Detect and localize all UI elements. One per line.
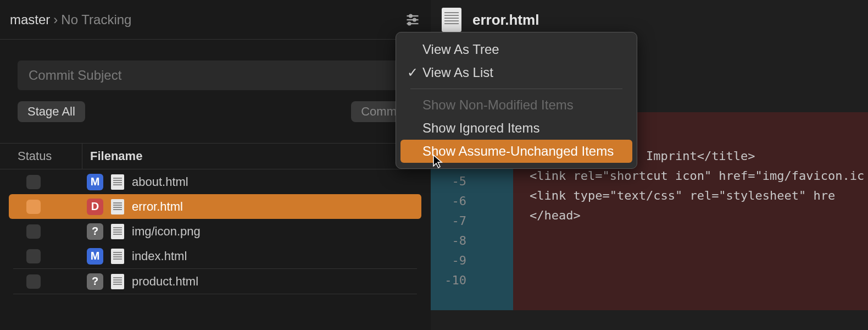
filename-label: error.html bbox=[132, 200, 183, 214]
commit-subject-input[interactable] bbox=[18, 61, 413, 90]
file-icon bbox=[111, 224, 124, 239]
menu-view-as-list[interactable]: View As List bbox=[400, 61, 632, 84]
table-row[interactable]: D error.html bbox=[9, 194, 421, 219]
table-row[interactable]: M about.html bbox=[9, 169, 421, 194]
settings-icon[interactable] bbox=[405, 12, 420, 28]
diff-line: <link rel="shortcut icon" href="img/favi… bbox=[530, 166, 868, 186]
file-icon bbox=[111, 274, 124, 289]
file-icon bbox=[442, 8, 461, 32]
table-row[interactable]: ? img/icon.png bbox=[9, 219, 421, 244]
file-icon bbox=[111, 174, 124, 190]
status-badge-untracked: ? bbox=[87, 273, 103, 290]
filename-label: img/icon.png bbox=[132, 224, 201, 239]
column-filename[interactable]: Filename ⌃ bbox=[82, 149, 430, 163]
diff-filename: error.html bbox=[472, 12, 539, 29]
file-list: M about.html D error.html ? img/icon.png… bbox=[0, 169, 430, 294]
status-badge-deleted: D bbox=[87, 199, 103, 215]
file-table-header: Status Filename ⌃ bbox=[0, 143, 430, 169]
stage-checkbox[interactable] bbox=[26, 224, 41, 239]
file-icon bbox=[111, 199, 124, 215]
stage-checkbox[interactable] bbox=[26, 200, 41, 214]
table-row[interactable]: M index.html bbox=[9, 244, 421, 268]
stage-checkbox[interactable] bbox=[26, 175, 41, 189]
column-status[interactable]: Status bbox=[0, 144, 82, 169]
chevron-right-icon: › bbox=[53, 12, 58, 28]
stage-checkbox[interactable] bbox=[26, 249, 41, 263]
status-badge-modified: M bbox=[87, 174, 103, 190]
branch-name[interactable]: master bbox=[10, 12, 50, 28]
filename-label: index.html bbox=[132, 249, 187, 263]
filter-context-menu: View As Tree View As List Show Non-Modif… bbox=[396, 32, 637, 169]
tracking-label: No Tracking bbox=[61, 12, 131, 28]
status-badge-untracked: ? bbox=[87, 223, 103, 240]
breadcrumb: master › No Tracking bbox=[0, 0, 430, 40]
menu-show-ignored[interactable]: Show Ignored Items bbox=[400, 117, 632, 140]
menu-view-as-tree[interactable]: View As Tree bbox=[400, 38, 632, 61]
file-icon bbox=[111, 249, 124, 264]
filename-label: product.html bbox=[132, 274, 198, 289]
stage-all-button[interactable]: Stage All bbox=[18, 101, 85, 122]
table-row[interactable]: ? product.html bbox=[9, 269, 421, 294]
menu-divider bbox=[410, 89, 622, 89]
filename-label: about.html bbox=[132, 175, 188, 189]
status-badge-modified: M bbox=[87, 248, 103, 265]
diff-line: </head> bbox=[530, 206, 868, 226]
menu-show-non-modified: Show Non-Modified Items bbox=[400, 94, 632, 117]
menu-show-assume-unchanged[interactable]: Show Assume-Unchanged Items bbox=[400, 140, 632, 163]
stage-checkbox[interactable] bbox=[26, 274, 41, 289]
diff-line: <link type="text/css" rel="stylesheet" h… bbox=[530, 186, 868, 206]
